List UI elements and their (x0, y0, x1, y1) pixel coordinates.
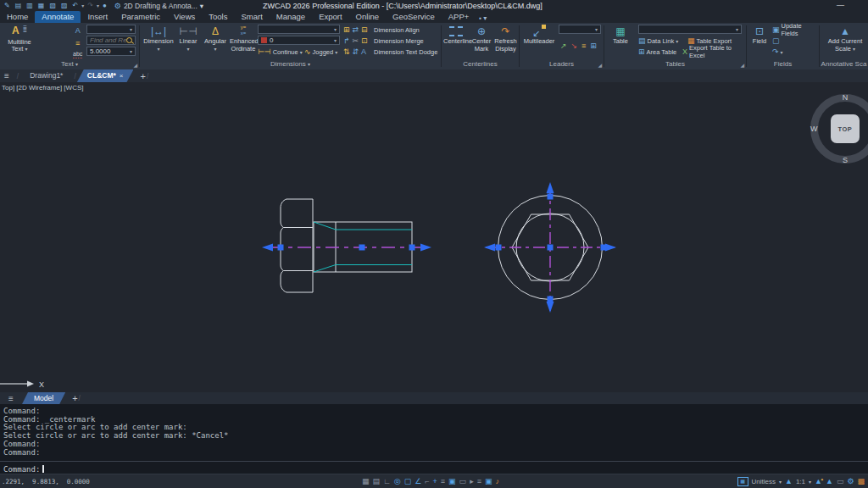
workspace-switcher[interactable]: ⚙ 2D Drafting & Annota... ▾ (114, 2, 203, 10)
centerline-grip-mid[interactable] (359, 245, 365, 251)
dim-layer-dropdown[interactable]: 0 ▾ (258, 36, 340, 45)
new-drawing-tab-button[interactable]: + (140, 71, 145, 81)
new-layout-button[interactable]: + (72, 393, 77, 403)
scale-caret-icon[interactable]: ▾ (809, 479, 811, 485)
text-style-dropdown[interactable]: ▾ (86, 25, 136, 34)
selection-cycling-icon[interactable]: ▸ (470, 475, 474, 487)
tab-tools[interactable]: Tools (202, 11, 234, 23)
compass-west[interactable]: W (810, 125, 818, 133)
text-dialog-launcher-icon[interactable]: ◢ (133, 62, 137, 68)
tab-export[interactable]: Export (312, 11, 348, 23)
compass-north[interactable]: N (843, 93, 849, 102)
bolt-head-outline[interactable] (281, 199, 313, 292)
leaders-dialog-launcher-icon[interactable]: ◢ (598, 62, 602, 68)
thread-line-bottom[interactable] (314, 265, 412, 273)
tab-online[interactable]: Online (349, 11, 386, 23)
continue-dimension-button[interactable]: ⊢⊣ Continue▾ (258, 47, 303, 57)
collect-leaders-icon[interactable]: ⊞ (590, 41, 597, 51)
undo-icon[interactable]: ↶ (73, 0, 79, 11)
units-icon[interactable]: ▦ (737, 477, 748, 486)
dimension-align-button[interactable]: Dimension Align (374, 26, 420, 34)
compass-top-face[interactable]: TOP (831, 114, 860, 143)
center-mark-grip-arrow-right[interactable] (605, 244, 616, 252)
multileader-style-dropdown[interactable]: ▾ (559, 25, 601, 34)
doc-menu-icon[interactable]: ≡ (4, 71, 9, 80)
add-current-scale-button[interactable]: ▲ Add Current Scale ▾ (826, 25, 864, 53)
field-button[interactable]: ⊡ Field (748, 25, 771, 46)
data-link-button[interactable]: ▤ Data Link▾ (638, 36, 678, 46)
units-caret-icon[interactable]: ▾ (779, 479, 782, 485)
units-label[interactable]: Unitless (752, 478, 776, 485)
update-fields-button[interactable]: ▣ Update Fields (772, 25, 819, 35)
ribbon-options-icon[interactable]: ▪ ▾ (476, 14, 490, 23)
dimensions-panel-label[interactable]: Dimensions ▾ (140, 60, 441, 69)
quick-properties-icon[interactable]: ▭ (459, 475, 467, 487)
centerline-grip-end[interactable] (409, 245, 415, 251)
save-as-icon[interactable]: ▧ (49, 0, 56, 11)
minimize-button[interactable]: — (837, 1, 844, 9)
drawing-canvas[interactable]: Top] [2D Wireframe] [WCS] (0, 82, 868, 392)
object-snap-icon[interactable]: ▢ (404, 475, 412, 487)
find-replace-box[interactable] (86, 36, 136, 45)
dimension-text-dodge-button[interactable]: Dimension Text Dodge (374, 48, 437, 56)
ortho-mode-icon[interactable]: ∟ (383, 475, 391, 487)
annotation-visibility-icon[interactable]: ▲✦ (815, 475, 822, 487)
doc-tab-clcm[interactable]: CL&CM*× (77, 69, 134, 82)
thread-line-top[interactable] (314, 222, 412, 230)
jogged-dimension-button[interactable]: ∿ Jogged▾ (304, 47, 337, 57)
tab-annotate[interactable]: Annotate (35, 11, 81, 23)
transparency-icon[interactable]: ▣ (448, 475, 456, 487)
center-mark-button[interactable]: ⊕ Center Mark (470, 25, 492, 53)
text-angle-icon[interactable]: ⇅ (343, 47, 350, 57)
quick-dimension-icon[interactable]: ⊞ (343, 25, 350, 35)
center-mark-grip-arrow-left[interactable] (484, 244, 495, 252)
numbered-list-icon[interactable]: ≡ (75, 38, 80, 48)
centerline-button[interactable]: Centerline (443, 25, 469, 46)
command-input[interactable]: Command: (0, 461, 868, 474)
centerline-grip-start[interactable] (278, 245, 284, 251)
center-mark-grip-arrow-top[interactable] (547, 182, 554, 193)
fullscreen-icon[interactable]: ▩ (857, 475, 865, 487)
center-mark-grip-center[interactable] (548, 245, 554, 251)
tab-app-plus[interactable]: APP+ (442, 11, 476, 23)
object-snap-tracking-icon[interactable]: ∠ (415, 475, 421, 487)
text-panel-label[interactable]: Text ▾ (0, 60, 139, 69)
clean-screen-icon[interactable]: ▭ (837, 475, 844, 487)
center-mark-grip-bottom[interactable] (548, 297, 554, 302)
dimension-override-icon[interactable]: A (361, 47, 366, 57)
dynamic-ucs-icon[interactable]: ⌐ (425, 475, 429, 487)
tab-parametric[interactable]: Parametric (114, 11, 167, 23)
grid-display-icon[interactable]: ▦ (362, 475, 370, 487)
tab-views[interactable]: Views (167, 11, 202, 23)
tables-dialog-launcher-icon[interactable]: ◢ (740, 62, 744, 68)
settings-gear-icon[interactable]: ⚙ (847, 475, 854, 487)
center-mark-entity[interactable] (484, 182, 616, 313)
field-refresh-button[interactable]: ↷▾ (772, 47, 783, 57)
center-mark-grip-right[interactable] (601, 245, 607, 251)
edit-icon[interactable]: ✎ (4, 0, 10, 11)
hardware-accel-icon[interactable]: ♪ (495, 475, 499, 487)
center-mark-grip-arrow-bottom[interactable] (547, 302, 554, 313)
angular-dimension-button[interactable]: Δ Angular▾ (203, 25, 228, 53)
new-file-icon[interactable]: ▤ (15, 0, 22, 11)
annotation-scale-icon[interactable]: ▲ (785, 475, 793, 487)
tab-insert[interactable]: Insert (81, 11, 114, 23)
tab-manage[interactable]: Manage (270, 11, 312, 23)
text-height-dropdown[interactable]: 5.0000 ▾ (86, 47, 136, 56)
flip-arrow-icon[interactable]: ↱ (343, 36, 350, 46)
dim-style-dropdown[interactable]: ▾ (258, 25, 340, 34)
search-icon[interactable] (126, 37, 132, 43)
polar-tracking-icon[interactable]: ◎ (394, 475, 401, 487)
align-leaders-icon[interactable]: ≡ (581, 41, 586, 51)
spell-check-icon[interactable]: abc (73, 51, 82, 58)
find-replace-input[interactable] (90, 36, 126, 44)
compass-south[interactable]: S (843, 156, 848, 164)
remove-leader-icon[interactable]: ↘ (571, 41, 578, 51)
dimension-button[interactable]: |↔| Dimension▾ (143, 25, 174, 53)
center-mark-grip-left[interactable] (496, 245, 502, 251)
table-button[interactable]: ▦ Table (606, 25, 635, 46)
help-icon[interactable]: ● (103, 0, 107, 11)
table-style-dropdown[interactable]: ▾ (638, 25, 742, 34)
model-tab[interactable]: Model (22, 392, 65, 404)
baseline-dimension-icon[interactable]: ⊟ (361, 25, 368, 35)
